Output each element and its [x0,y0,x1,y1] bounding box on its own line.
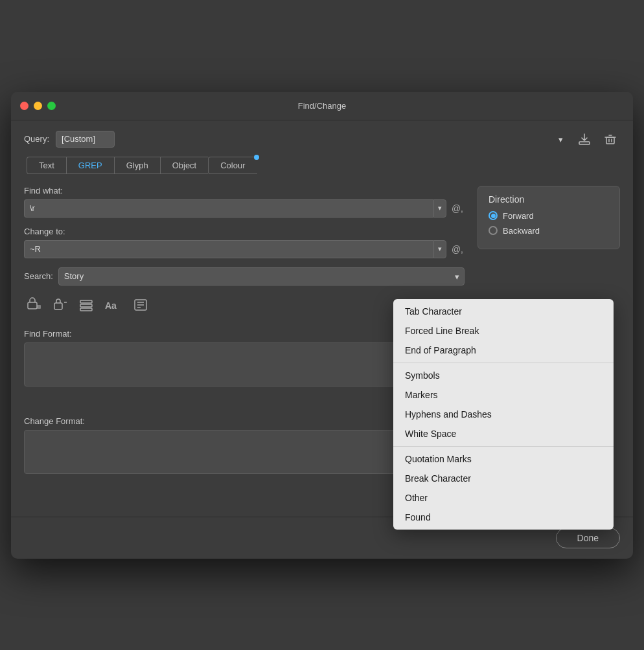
text-case-icon-btn[interactable]: Aa [102,295,125,319]
change-to-special-btn[interactable]: @, [450,244,465,254]
query-select[interactable]: [Custom] [56,131,115,148]
tab-colour-wrap: Colour [208,157,257,174]
change-to-input[interactable] [24,240,433,258]
backward-label: Backward [503,226,540,236]
dropdown-item-tab-character[interactable]: Tab Character [393,302,614,321]
delete-query-button[interactable] [601,131,620,148]
dropdown-item-hyphens-and-dashes[interactable]: Hyphens and Dashes [393,405,614,424]
query-select-wrap: [Custom] [56,131,568,148]
change-to-dropdown-btn[interactable]: ▾ [433,240,446,258]
colour-dot [254,155,259,160]
tab-text[interactable]: Text [27,157,66,174]
tab-grep[interactable]: GREP [66,157,114,174]
lock-layers-icon-btn[interactable] [24,295,45,319]
tabs: Text GREP Glyph Object Colour [24,157,620,174]
forward-radio[interactable] [489,211,498,220]
change-to-row: ▾ @, [24,240,465,258]
titlebar: Find/Change [11,92,633,120]
dropdown-item-forced-line-break[interactable]: Forced Line Break [393,321,614,341]
dropdown-item-end-of-paragraph[interactable]: End of Paragraph [393,341,614,360]
direction-panel: Direction Forward Backward [477,186,620,249]
dropdown-item-markers[interactable]: Markers [393,385,614,405]
maximize-button[interactable] [47,102,56,110]
find-what-row: ▾ @, [24,199,465,218]
dropdown-item-break-character[interactable]: Break Character [393,469,614,488]
svg-rect-1 [606,137,614,144]
find-what-dropdown-btn[interactable]: ▾ [433,199,446,218]
done-button[interactable]: Done [556,528,620,548]
backward-radio-row[interactable]: Backward [489,226,609,236]
svg-text:Aa: Aa [105,300,117,311]
close-button[interactable] [20,102,29,110]
svg-rect-2 [28,302,37,309]
svg-rect-7 [80,304,92,307]
backward-radio[interactable] [489,226,498,235]
query-row: Query: [Custom] [24,131,620,148]
svg-rect-0 [579,142,590,144]
find-change-window: Find/Change Query: [Custom] [11,92,633,559]
dropdown-group-1: Tab Character Forced Line Break End of P… [393,299,614,363]
forward-label: Forward [503,211,534,221]
search-select-wrap: Story Document All Documents Selection [58,267,465,286]
search-select[interactable]: Story Document All Documents Selection [58,267,465,286]
tab-colour[interactable]: Colour [208,157,257,174]
dropdown-item-found[interactable]: Found [393,508,614,527]
find-what-label: Find what: [24,186,465,196]
svg-rect-3 [37,305,41,309]
lock-icon-btn[interactable] [50,295,71,319]
change-to-label: Change to: [24,227,465,236]
dropdown-item-quotation-marks[interactable]: Quotation Marks [393,449,614,469]
query-label: Query: [24,134,49,144]
tab-object[interactable]: Object [160,157,209,174]
svg-rect-6 [80,300,92,303]
find-what-input-wrap: ▾ [24,199,446,218]
search-row: Search: Story Document All Documents Sel… [24,267,465,286]
minimize-button[interactable] [34,102,42,110]
save-query-button[interactable] [575,131,594,148]
dropdown-menu: Tab Character Forced Line Break End of P… [393,299,614,530]
dropdown-item-white-space[interactable]: White Space [393,424,614,443]
change-to-input-wrap: ▾ [24,240,446,258]
dropdown-group-3: Quotation Marks Break Character Other Fo… [393,447,614,530]
search-label: Search: [24,271,53,281]
find-what-special-btn[interactable]: @, [450,203,465,214]
stack-icon-btn[interactable] [76,295,97,319]
window-title: Find/Change [298,101,346,111]
svg-rect-8 [80,308,92,311]
svg-rect-4 [54,303,62,309]
find-what-input[interactable] [24,199,433,218]
traffic-lights [20,102,56,110]
dropdown-group-2: Symbols Markers Hyphens and Dashes White… [393,363,614,447]
direction-title: Direction [489,194,609,205]
tab-glyph[interactable]: Glyph [114,157,160,174]
paragraph-icon-btn[interactable] [130,295,151,319]
dropdown-item-other[interactable]: Other [393,488,614,508]
forward-radio-row[interactable]: Forward [489,211,609,221]
dropdown-item-symbols[interactable]: Symbols [393,366,614,385]
